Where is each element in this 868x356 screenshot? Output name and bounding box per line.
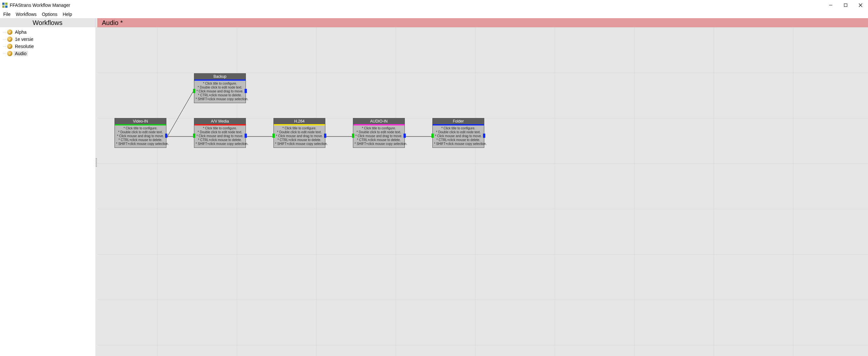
node-title[interactable]: Video-IN <box>115 118 166 126</box>
sidebar-item-label: Audio <box>13 51 28 56</box>
port-out[interactable] <box>324 134 326 138</box>
menu-workflows[interactable]: Workflows <box>16 12 37 17</box>
sidebar: Workflows ⋯ ✓ Alpha ⋯ ✓ 1e versie ⋯ ✓ Re… <box>0 18 95 356</box>
tree-dots-icon: ⋯ <box>3 45 6 48</box>
node-hint: * CTRL+click mouse to delete. <box>195 138 244 142</box>
sidebar-item-alpha[interactable]: ⋯ ✓ Alpha <box>3 29 95 36</box>
sidebar-item-audio[interactable]: ⋯ ✓ Audio <box>3 50 95 57</box>
check-icon: ✓ <box>7 37 12 42</box>
sidebar-item-label: Resolutie <box>13 44 35 49</box>
node-body[interactable]: * Click title to configure.* Double clic… <box>274 126 325 148</box>
node-hint: * SHIFT+click mouse copy selection. <box>195 142 244 146</box>
window-title: FFAStrans Workflow Manager <box>10 3 70 8</box>
node-hint: * SHIFT+click mouse copy selection. <box>275 142 324 146</box>
sidebar-item-resolutie[interactable]: ⋯ ✓ Resolutie <box>3 43 95 50</box>
node-hint: * Click title to configure. <box>434 126 483 130</box>
port-out[interactable] <box>165 134 167 138</box>
workflow-canvas[interactable]: Video-IN* Click title to configure.* Dou… <box>97 27 868 356</box>
sidebar-item-label: Alpha <box>13 30 28 35</box>
node-hint: * SHIFT+click mouse copy selection. <box>195 97 244 101</box>
node-title[interactable]: H.264 <box>274 118 325 126</box>
svg-rect-3 <box>5 5 7 8</box>
node-hint: * Click mouse and drag to move. <box>275 134 324 138</box>
node-title[interactable]: Folder <box>433 118 484 126</box>
svg-rect-2 <box>2 5 4 8</box>
node-backup[interactable]: Backup* Click title to configure.* Doubl… <box>194 73 246 103</box>
window-buttons <box>823 0 868 10</box>
node-hint: * Double click to edit node text. <box>354 130 403 134</box>
check-icon: ✓ <box>7 44 12 49</box>
close-button[interactable] <box>853 0 868 10</box>
node-hint: * CTRL+click mouse to delete. <box>354 138 403 142</box>
canvas-header: Audio * <box>97 18 868 27</box>
svg-rect-5 <box>844 4 847 7</box>
node-hint: * CTRL+click mouse to delete. <box>195 93 244 97</box>
node-av-media[interactable]: A/V Media* Click title to configure.* Do… <box>194 118 246 148</box>
workflow-list: ⋯ ✓ Alpha ⋯ ✓ 1e versie ⋯ ✓ Resolutie ⋯ … <box>0 27 95 57</box>
node-hint: * CTRL+click mouse to delete. <box>434 138 483 142</box>
node-h264[interactable]: H.264* Click title to configure.* Double… <box>273 118 326 148</box>
node-title[interactable]: AUDIO-IN <box>353 118 404 126</box>
menu-file[interactable]: File <box>3 12 11 17</box>
port-in[interactable] <box>193 134 195 138</box>
check-icon: ✓ <box>7 51 12 56</box>
app-icon <box>2 2 8 8</box>
port-out[interactable] <box>404 134 406 138</box>
canvas-wrap: Audio * Video-IN* Click title to configu… <box>97 18 868 356</box>
minimize-button[interactable] <box>823 0 838 10</box>
check-icon: ✓ <box>7 30 12 35</box>
tree-dots-icon: ⋯ <box>3 52 6 56</box>
menu-help[interactable]: Help <box>63 12 72 17</box>
sidebar-header: Workflows <box>0 18 95 27</box>
tree-dots-icon: ⋯ <box>3 38 6 41</box>
sidebar-item-1e-versie[interactable]: ⋯ ✓ 1e versie <box>3 36 95 43</box>
node-hint: * Click title to configure. <box>195 126 244 130</box>
menubar: File Workflows Options Help <box>0 10 868 18</box>
node-hint: * CTRL+click mouse to delete. <box>116 138 165 142</box>
port-out[interactable] <box>483 134 485 138</box>
port-out[interactable] <box>245 134 247 138</box>
node-hint: * SHIFT+click mouse copy selection. <box>354 142 403 146</box>
app-window: FFAStrans Workflow Manager File Workflow… <box>0 0 868 356</box>
node-hint: * Click title to configure. <box>275 126 324 130</box>
node-hint: * SHIFT+click mouse copy selection. <box>434 142 483 146</box>
node-hint: * Double click to edit node text. <box>116 130 165 134</box>
node-hint: * Click mouse and drag to move. <box>434 134 483 138</box>
node-hint: * Click mouse and drag to move. <box>195 134 244 138</box>
node-title[interactable]: A/V Media <box>194 118 246 126</box>
menu-options[interactable]: Options <box>42 12 57 17</box>
splitter-grip-icon <box>96 158 97 167</box>
svg-rect-1 <box>5 3 7 5</box>
port-out[interactable] <box>245 89 247 93</box>
maximize-button[interactable] <box>838 0 853 10</box>
port-in[interactable] <box>431 134 434 138</box>
port-in[interactable] <box>273 134 275 138</box>
node-hint: * Double click to edit node text. <box>275 130 324 134</box>
node-body[interactable]: * Click title to configure.* Double clic… <box>194 81 246 103</box>
link <box>167 92 193 136</box>
node-hint: * Double click to edit node text. <box>195 86 244 90</box>
node-folder[interactable]: Folder* Click title to configure.* Doubl… <box>432 118 484 148</box>
node-title[interactable]: Backup <box>194 74 246 81</box>
node-hint: * Click mouse and drag to move. <box>354 134 403 138</box>
port-in[interactable] <box>193 89 195 93</box>
node-video-in[interactable]: Video-IN* Click title to configure.* Dou… <box>115 118 166 148</box>
node-hint: * SHIFT+click mouse copy selection. <box>116 142 165 146</box>
tree-dots-icon: ⋯ <box>3 30 6 34</box>
node-hint: * Click title to configure. <box>116 126 165 130</box>
node-body[interactable]: * Click title to configure.* Double clic… <box>433 126 484 148</box>
main-split: Workflows ⋯ ✓ Alpha ⋯ ✓ 1e versie ⋯ ✓ Re… <box>0 18 868 356</box>
sidebar-item-label: 1e versie <box>13 37 35 42</box>
node-body[interactable]: * Click title to configure.* Double clic… <box>194 126 246 148</box>
node-hint: * Double click to edit node text. <box>434 130 483 134</box>
node-audio-in[interactable]: AUDIO-IN* Click title to configure.* Dou… <box>353 118 405 148</box>
node-hint: * Click mouse and drag to move. <box>116 134 165 138</box>
node-body[interactable]: * Click title to configure.* Double clic… <box>353 126 404 148</box>
node-hint: * Double click to edit node text. <box>195 130 244 134</box>
svg-rect-0 <box>2 3 4 5</box>
port-in[interactable] <box>352 134 354 138</box>
titlebar: FFAStrans Workflow Manager <box>0 0 868 10</box>
node-hint: * Click title to configure. <box>354 126 403 130</box>
node-body[interactable]: * Click title to configure.* Double clic… <box>115 126 166 148</box>
node-hint: * CTRL+click mouse to delete. <box>275 138 324 142</box>
